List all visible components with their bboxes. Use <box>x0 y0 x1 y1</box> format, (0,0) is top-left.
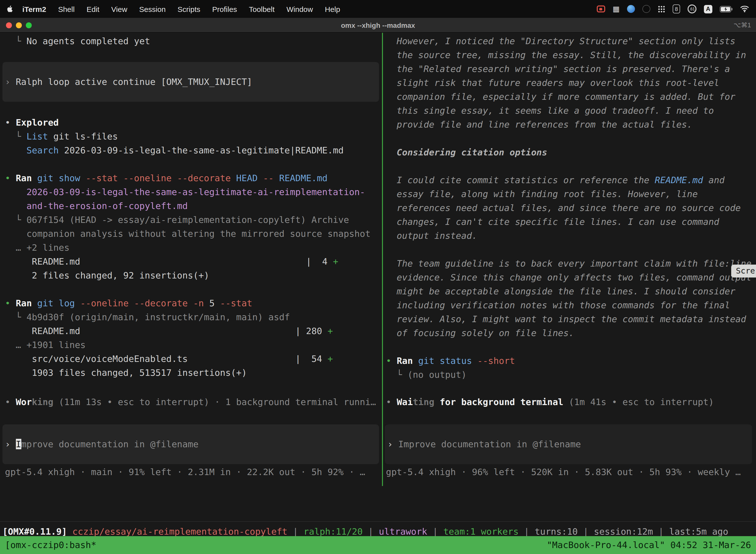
menu-items: iTerm2ShellEditViewSessionScriptsProfile… <box>16 5 346 13</box>
apple-menu-icon[interactable] <box>7 5 13 13</box>
screen-recording-indicator-icon[interactable] <box>597 5 605 12</box>
right-prompt-input[interactable]: › Improve documentation in @filename <box>385 425 752 464</box>
terminal-line <box>386 131 756 146</box>
menu-item[interactable]: View <box>106 5 133 13</box>
terminal-line: companion file, especially if more comme… <box>386 90 756 104</box>
gauge-icon[interactable]: .61 <box>688 4 696 13</box>
terminal-line: └ 4b9d30f (origin/main, instructkr/main,… <box>5 310 382 324</box>
tmux-status-bar: [omx-cczip0:bash* "MacBook-Pro-44.local"… <box>0 536 756 554</box>
terminal-line: of focusing solely on file lines. <box>386 326 756 340</box>
minimize-window-button[interactable] <box>16 22 22 28</box>
menu-item[interactable]: Window <box>280 5 319 13</box>
input-source-icon[interactable]: A <box>704 5 712 13</box>
terminal-line: • Working (11m 13s • esc to interrupt) ·… <box>5 395 381 409</box>
terminal-line <box>5 157 382 171</box>
terminal-line: › Ralph loop active continue [OMX_TMUX_I… <box>5 75 379 89</box>
status-separator <box>0 521 756 522</box>
left-prompt-input[interactable]: › Improve documentation in @filename <box>2 425 379 464</box>
terminal-line: gpt-5.4 xhigh · main · 91% left · 2.31M … <box>5 465 381 479</box>
right-pane[interactable]: However, I noticed the "Directory Struct… <box>383 33 756 485</box>
terminal-line <box>5 102 382 116</box>
terminal-line: 2026-03-09-is-legal-the-same-as-legitima… <box>5 185 382 199</box>
terminal-line: slight risk that future readers may over… <box>386 76 756 90</box>
menu-item[interactable]: Toolbelt <box>243 5 280 13</box>
terminal-line: └ No agents completed yet <box>5 34 382 48</box>
terminal-line: └ 067f154 (HEAD -> essay/ai-reimplementa… <box>5 213 382 227</box>
inject-banner: › Ralph loop active continue [OMX_TMUX_I… <box>2 62 379 102</box>
terminal-line: 2 files changed, 92 insertions(+) <box>5 269 382 282</box>
terminal-line: changes, I can't cite specific file line… <box>386 215 756 229</box>
screen-overlay-chip[interactable]: Scre <box>732 265 756 277</box>
terminal-line: Search 2026-03-09-is-legal-the-same-as-l… <box>5 144 382 157</box>
menu-item[interactable]: iTerm2 <box>16 5 52 13</box>
terminal-line: provide file and line references from th… <box>386 118 756 131</box>
menu-bar-left: iTerm2ShellEditViewSessionScriptsProfile… <box>7 5 346 13</box>
close-window-button[interactable] <box>6 22 12 28</box>
blue-app-icon[interactable] <box>627 5 635 13</box>
terminal-line: gpt-5.4 xhigh · 96% left · 520K in · 5.8… <box>386 465 755 479</box>
recording-dot <box>600 8 603 10</box>
terminal-line: • Ran git log --oneline --decorate -n 5 … <box>5 296 382 310</box>
dark-app-icon[interactable] <box>642 5 650 13</box>
window-shortcut-badge: ⌥⌘1 <box>734 21 751 29</box>
menu-bar: iTerm2ShellEditViewSessionScriptsProfile… <box>0 0 756 18</box>
terminal-line: essay file, along with finding root file… <box>386 187 756 201</box>
left-scrollback-body: • Explored └ List git ls-files Search 20… <box>5 102 382 380</box>
terminal-line: … +2 lines <box>5 241 382 255</box>
menu-item[interactable]: Edit <box>81 5 106 13</box>
left-model-status: gpt-5.4 xhigh · main · 91% left · 2.31M … <box>5 465 381 479</box>
dots-grid-icon[interactable] <box>658 5 665 13</box>
menu-item[interactable]: Profiles <box>206 5 243 13</box>
terminal-line: README.md | 4 + <box>5 255 382 269</box>
terminal-line: › Improve documentation in @filename <box>387 437 752 451</box>
tmux-session-label: [omx-cczip0:bash* <box>5 538 96 552</box>
right-scrollback-body: However, I noticed the "Directory Struct… <box>386 34 756 382</box>
terminal-line: evidence. Since this change only affects… <box>386 271 756 284</box>
traffic-lights <box>6 22 32 28</box>
screen: iTerm2ShellEditViewSessionScriptsProfile… <box>0 0 756 554</box>
menu-item[interactable]: Scripts <box>172 5 206 13</box>
grid-app-icon[interactable]: ▦ <box>613 4 620 13</box>
terminal-line: output instead. <box>386 229 756 243</box>
terminal-line: including verification notes with those … <box>386 298 756 312</box>
terminal-line: 1903 files changed, 513517 insertions(+) <box>5 366 382 380</box>
tmux-host-clock-label: "MacBook-Pro-44.local" 04:52 31-Mar-26 <box>547 538 751 552</box>
terminal-line: might be acceptable alongside the file l… <box>386 284 756 298</box>
terminal-line: The team guideline is to back every impo… <box>386 257 756 271</box>
terminal-line <box>386 340 756 354</box>
menu-item[interactable]: Session <box>133 5 172 13</box>
left-pane[interactable]: └ No agents completed yet › Ralph loop a… <box>0 33 382 485</box>
wifi-icon[interactable] <box>740 5 749 12</box>
zoom-window-button[interactable] <box>26 22 32 28</box>
terminal-line: I could cite commit statistics or refere… <box>386 173 756 187</box>
terminal-line: • Waiting for background terminal (1m 41… <box>386 395 755 409</box>
terminal-line: … +1901 lines <box>5 338 382 352</box>
menu-status-icons: ▦ 8 .61 A <box>597 4 749 13</box>
terminal-line: companion analysis without altering the … <box>5 227 382 241</box>
window-title: omx --xhigh --madmax <box>0 21 756 29</box>
terminal-line: • Ran git status --short <box>386 354 756 368</box>
left-scrollback-top: └ No agents completed yet <box>5 34 382 48</box>
terminal-line: • Explored <box>5 116 382 129</box>
terminal-line <box>5 282 382 296</box>
terminal-line: references need actual files, and since … <box>386 201 756 215</box>
terminal-line: Considering citation options <box>386 146 756 159</box>
terminal-line: this single essay, it seems like a good … <box>386 104 756 118</box>
terminal-line: README.md | 280 + <box>5 324 382 338</box>
terminal-line: However, I noticed the "Directory Struct… <box>386 34 756 48</box>
right-model-status: gpt-5.4 xhigh · 96% left · 520K in · 5.8… <box>386 465 755 479</box>
number-badge-icon[interactable]: 8 <box>673 4 680 13</box>
terminal-line: › Improve documentation in @filename <box>5 437 379 451</box>
battery-icon[interactable] <box>720 6 733 12</box>
terminal: └ No agents completed yet › Ralph loop a… <box>0 33 756 554</box>
terminal-line: review. Also, I might want to inspect th… <box>386 312 756 326</box>
terminal-line: and-the-erosion-of-copyleft.md <box>5 199 382 213</box>
menu-item[interactable]: Help <box>319 5 346 13</box>
menu-item[interactable]: Shell <box>52 5 81 13</box>
terminal-line: the source tree, missing the essay. Stil… <box>386 48 756 62</box>
terminal-line <box>386 159 756 173</box>
window-title-bar: omx --xhigh --madmax ⌥⌘1 <box>0 18 756 33</box>
terminal-line: src/voice/voiceModeEnabled.ts | 54 + <box>5 352 382 366</box>
terminal-line: • Ran git show --stat --oneline --decora… <box>5 171 382 185</box>
right-waiting-status: • Waiting for background terminal (1m 41… <box>386 395 755 409</box>
